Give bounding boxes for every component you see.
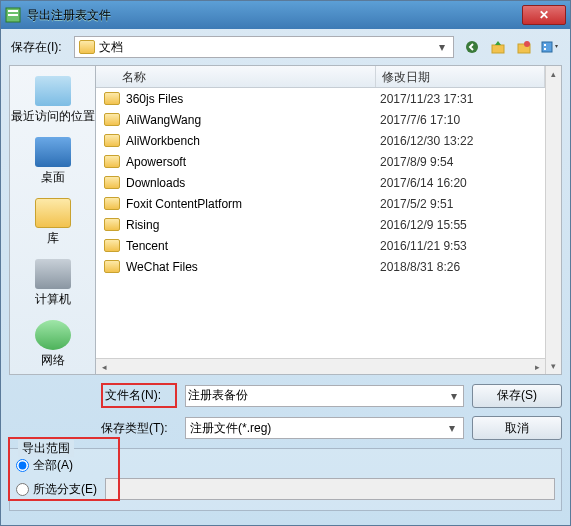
range-branch-radio[interactable] [16,483,29,496]
column-headers[interactable]: 名称 修改日期 [96,66,545,88]
toolbar: 保存在(I): 文档 ▾ [1,29,570,65]
range-branch-option[interactable]: 所选分支(E) [16,478,555,500]
range-all-option[interactable]: 全部(A) [16,457,555,474]
folder-name: AliWorkbench [126,134,380,148]
filetype-value: 注册文件(*.reg) [190,420,445,437]
savein-dropdown[interactable]: 文档 ▾ [74,36,454,58]
file-browser: 最近访问的位置 桌面 库 计算机 网络 名称 修改日期 360js Files2… [9,65,562,375]
folder-date: 2017/6/14 16:20 [380,176,545,190]
scroll-right-icon[interactable]: ▸ [529,359,545,374]
folder-date: 2017/11/23 17:31 [380,92,545,106]
scroll-down-icon[interactable]: ▾ [546,358,561,374]
folder-date: 2018/8/31 8:26 [380,260,545,274]
computer-icon [35,259,71,289]
places-sidebar: 最近访问的位置 桌面 库 计算机 网络 [10,66,96,374]
folder-date: 2017/8/9 9:54 [380,155,545,169]
folder-row[interactable]: WeChat Files2018/8/31 8:26 [96,256,545,277]
folder-name: WeChat Files [126,260,380,274]
back-button[interactable] [462,37,482,57]
folder-icon [104,260,120,273]
library-icon [35,198,71,228]
desktop-icon [35,137,71,167]
export-range-legend: 导出范围 [18,440,74,457]
up-button[interactable] [488,37,508,57]
folder-icon [104,92,120,105]
folder-row[interactable]: Apowersoft2017/8/9 9:54 [96,151,545,172]
svg-rect-8 [544,44,546,46]
place-network[interactable]: 网络 [10,316,95,373]
scroll-left-icon[interactable]: ◂ [96,359,112,374]
folder-name: Foxit ContentPlatform [126,197,380,211]
folder-icon [104,239,120,252]
network-icon [35,320,71,350]
folder-date: 2017/5/2 9:51 [380,197,545,211]
filetype-dropdown[interactable]: 注册文件(*.reg) ▾ [185,417,464,439]
regedit-icon [5,7,21,23]
folder-name: Downloads [126,176,380,190]
folder-icon [104,197,120,210]
filetype-label: 保存类型(T): [101,420,177,437]
scroll-up-icon[interactable]: ▴ [546,66,561,82]
views-button[interactable] [540,37,560,57]
filename-label: 文件名(N): [105,387,173,404]
folder-icon [104,113,120,126]
savein-value: 文档 [99,39,435,56]
folder-name: 360js Files [126,92,380,106]
folder-date: 2016/12/30 13:22 [380,134,545,148]
place-recent[interactable]: 最近访问的位置 [10,72,95,129]
cancel-button[interactable]: 取消 [472,416,562,440]
folder-icon [104,218,120,231]
svg-rect-7 [542,42,552,52]
folder-date: 2017/7/6 17:10 [380,113,545,127]
folder-name: Tencent [126,239,380,253]
recent-icon [35,76,71,106]
folder-name: Rising [126,218,380,232]
folder-row[interactable]: 360js Files2017/11/23 17:31 [96,88,545,109]
close-button[interactable]: ✕ [522,5,566,25]
column-name[interactable]: 名称 [96,66,376,87]
folder-icon [79,40,95,54]
svg-rect-1 [8,10,18,12]
chevron-down-icon[interactable]: ▾ [447,389,461,403]
newfolder-button[interactable] [514,37,534,57]
column-date[interactable]: 修改日期 [376,66,545,87]
place-desktop[interactable]: 桌面 [10,133,95,190]
save-button[interactable]: 保存(S) [472,384,562,408]
horizontal-scrollbar[interactable]: ◂ ▸ [96,358,545,374]
filename-input[interactable]: 注册表备份 ▾ [185,385,464,407]
folder-date: 2016/11/21 9:53 [380,239,545,253]
svg-rect-2 [8,14,18,16]
folder-name: Apowersoft [126,155,380,169]
export-registry-dialog: 导出注册表文件 ✕ 保存在(I): 文档 ▾ 最近访问的位置 桌面 库 计算机 … [0,0,571,526]
svg-point-6 [524,41,530,47]
window-title: 导出注册表文件 [27,7,522,24]
vertical-scrollbar[interactable]: ▴ ▾ [545,66,561,374]
svg-rect-9 [544,48,546,50]
folder-row[interactable]: Rising2016/12/9 15:55 [96,214,545,235]
folder-name: AliWangWang [126,113,380,127]
folder-icon [104,134,120,147]
folder-icon [104,176,120,189]
chevron-down-icon[interactable]: ▾ [445,421,459,435]
savein-label: 保存在(I): [11,39,62,56]
titlebar[interactable]: 导出注册表文件 ✕ [1,1,570,29]
folder-row[interactable]: Downloads2017/6/14 16:20 [96,172,545,193]
svg-rect-4 [492,45,504,53]
filename-value: 注册表备份 [188,387,447,404]
chevron-down-icon: ▾ [435,40,449,54]
folder-row[interactable]: AliWangWang2017/7/6 17:10 [96,109,545,130]
folder-row[interactable]: AliWorkbench2016/12/30 13:22 [96,130,545,151]
branch-input[interactable] [105,478,555,500]
file-list: 名称 修改日期 360js Files2017/11/23 17:31AliWa… [96,66,545,374]
place-library[interactable]: 库 [10,194,95,251]
folder-row[interactable]: Foxit ContentPlatform2017/5/2 9:51 [96,193,545,214]
folder-row[interactable]: Tencent2016/11/21 9:53 [96,235,545,256]
folder-icon [104,155,120,168]
export-range-group: 导出范围 全部(A) 所选分支(E) [9,448,562,511]
folder-date: 2016/12/9 15:55 [380,218,545,232]
range-all-radio[interactable] [16,459,29,472]
place-computer[interactable]: 计算机 [10,255,95,312]
svg-point-3 [466,41,478,53]
file-fields: 文件名(N): 注册表备份 ▾ 保存(S) 保存类型(T): 注册文件(*.re… [101,383,562,440]
